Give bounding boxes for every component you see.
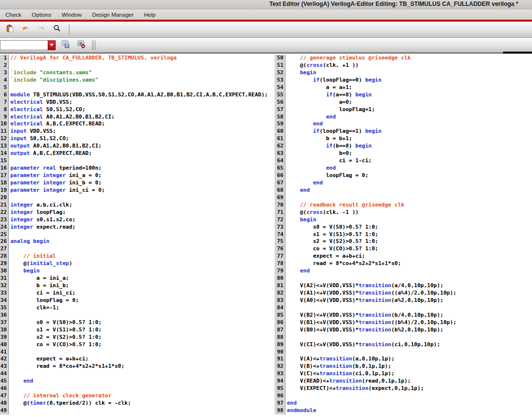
line-content xyxy=(9,349,10,356)
line-content: electrical VDD,VSS; xyxy=(9,99,72,106)
line-content: // initial xyxy=(9,253,56,260)
line-number: 22 xyxy=(0,209,9,216)
line-number: 55 xyxy=(275,91,285,99)
code-line: 64 ci = 1-ci; xyxy=(275,157,456,165)
code-line: 39 s2 = V(S2)>0.5? 1:0; xyxy=(0,334,268,341)
line-number: 2 xyxy=(0,62,9,69)
code-line: 81 V(A2)<+V(VDD,VSS)*transition(a/4,0,10… xyxy=(275,282,456,290)
menu-item-check[interactable]: Check xyxy=(4,11,23,19)
line-number: 41 xyxy=(0,349,9,356)
menu-item-design-manager[interactable]: Design Manager xyxy=(91,11,135,19)
line-content: end xyxy=(285,114,336,121)
line-content: output A0,A1,A2,B0,B1,B2,CI; xyxy=(9,143,101,150)
redo-button[interactable] xyxy=(35,24,47,35)
code-line: 94 V(READ)<+transition(read,0,1p,1p); xyxy=(275,378,456,385)
filter-combo-input[interactable] xyxy=(0,40,48,50)
line-number: 48 xyxy=(0,400,9,407)
line-content: parameter integer ini_ci = 0; xyxy=(9,187,105,194)
line-content: b = ini_b; xyxy=(9,282,69,290)
line-number: 50 xyxy=(275,55,285,62)
line-content: loopFlag = 0; xyxy=(285,172,369,179)
code-line: 4`include "disciplines.vams" xyxy=(0,77,268,84)
line-number: 70 xyxy=(275,202,285,209)
search-button[interactable] xyxy=(51,24,63,35)
code-line: 32 b = ini_b; xyxy=(0,282,268,290)
line-number: 97 xyxy=(275,400,285,407)
line-content: output A,B,C,EXPECT,READ; xyxy=(9,150,92,157)
undo-button[interactable] xyxy=(20,24,31,35)
menu-item-window[interactable]: Window xyxy=(60,11,83,19)
code-line: 77 expect = a+b+ci; xyxy=(275,253,456,260)
code-line: 85 V(B2)<+V(VDD,VSS)*transition(b/4,0,10… xyxy=(275,312,456,319)
line-content: s1 = V(S1)>0.5? 1:0; xyxy=(285,231,378,238)
line-content xyxy=(9,62,10,69)
code-line: 83 V(A0)<+V(VDD,VSS)*transition(a%2,0,10… xyxy=(275,297,456,304)
line-number: 21 xyxy=(0,202,9,209)
combo-dropdown-button[interactable] xyxy=(48,40,56,50)
line-content xyxy=(9,84,10,91)
line-content: co = V(CO)>0.5? 1:0; xyxy=(9,341,101,349)
toolbar-grip xyxy=(92,40,95,50)
code-line: 46 xyxy=(0,385,268,392)
code-line: 54 a = a+1; xyxy=(275,84,456,91)
paste-button[interactable] xyxy=(4,24,16,35)
line-number: 34 xyxy=(0,297,9,304)
menu-item-options[interactable]: Options xyxy=(31,11,53,19)
code-line: 10electrical A,B,C,EXPECT,READ; xyxy=(0,120,268,128)
hide-view-button[interactable] xyxy=(75,39,87,51)
line-content xyxy=(9,407,10,415)
line-number: 43 xyxy=(0,363,9,370)
code-line: 78 read = 8*co+4*s2+2*s1+1*s0; xyxy=(275,260,456,268)
line-content: input VDD,VSS; xyxy=(9,128,56,135)
line-number: 45 xyxy=(0,378,9,385)
line-content: if(loopFlag==0) begin xyxy=(285,77,381,84)
line-number: 39 xyxy=(0,334,9,341)
line-content: read = 8*co+4*s2+2*s1+1*s0; xyxy=(285,260,401,268)
code-line: 15 xyxy=(0,157,268,165)
code-line: 12input S0,S1,S2,CO; xyxy=(0,135,268,143)
line-content: input S0,S1,S2,CO; xyxy=(9,135,69,143)
line-content: V(B0)<+V(VDD,VSS)*transition(b%2,0,10p,1… xyxy=(285,327,443,334)
line-number: 36 xyxy=(0,312,9,319)
line-number: 33 xyxy=(0,290,9,297)
line-content xyxy=(9,370,10,378)
line-content: integer a,b,ci,clk; xyxy=(9,202,72,209)
line-content: V(A2)<+V(VDD,VSS)*transition(a/4,0,10p,1… xyxy=(285,282,443,290)
code-line: 56 a=0; xyxy=(275,99,456,106)
code-line: 43 read = 8*co+4*s2+2*s1+1*s0; xyxy=(0,363,268,370)
line-content: V(A0)<+V(VDD,VSS)*transition(a%2,0,10p,1… xyxy=(285,297,443,304)
code-line: 80 xyxy=(275,275,456,282)
line-content xyxy=(285,194,287,202)
line-content: @(cross(clk, -1 )) xyxy=(285,209,359,216)
line-number: 42 xyxy=(0,356,9,363)
line-content xyxy=(285,275,287,282)
code-line: 30 begin xyxy=(0,268,268,275)
line-number: 65 xyxy=(275,165,285,172)
line-content: electrical A0,A1,A2,B0,B1,B2,CI; xyxy=(9,114,115,121)
line-content: // readback result @riseedge clk xyxy=(285,202,404,209)
line-number: 13 xyxy=(0,143,9,150)
line-content: end xyxy=(285,165,336,172)
line-content: a = ini_a; xyxy=(9,275,69,282)
line-number: 12 xyxy=(0,135,9,143)
menu-item-help[interactable]: Help xyxy=(143,11,157,19)
line-number: 71 xyxy=(275,209,285,216)
line-number: 73 xyxy=(275,224,285,231)
code-editor-area[interactable]: 1// VerilogA for CA_FULLADDER, TB_STIMUL… xyxy=(0,53,532,417)
line-number: 57 xyxy=(275,106,285,114)
code-line: 74 s1 = V(S1)>0.5? 1:0; xyxy=(275,231,456,238)
top-right-divider xyxy=(503,52,532,54)
code-line: 93 V(C)<+transition(ci,0,1p,1p); xyxy=(275,370,456,378)
netlist-save-button[interactable] xyxy=(60,39,71,51)
netlist-save-icon xyxy=(61,39,70,51)
code-line: 7electrical VDD,VSS; xyxy=(0,99,268,106)
line-number: 64 xyxy=(275,157,285,165)
line-content xyxy=(9,231,10,238)
line-content: if(b==8) begin xyxy=(285,143,372,150)
line-content: begin xyxy=(285,69,316,77)
line-number: 93 xyxy=(275,370,285,378)
line-number: 62 xyxy=(275,143,285,150)
code-line: 51 @(cross(clk, +1 )) xyxy=(275,62,456,69)
line-number: 83 xyxy=(275,297,285,304)
line-content xyxy=(9,385,10,392)
